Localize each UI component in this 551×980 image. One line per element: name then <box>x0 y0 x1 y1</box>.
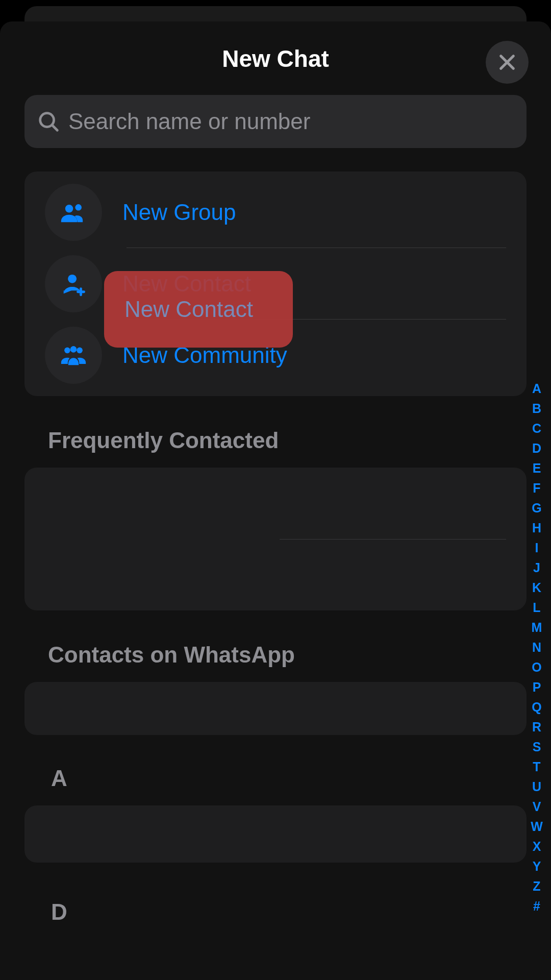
frequently-contacted-card[interactable] <box>24 468 527 610</box>
index-letter[interactable]: H <box>527 518 547 537</box>
index-letter[interactable]: X <box>527 837 547 856</box>
index-letter[interactable]: E <box>527 458 547 478</box>
svg-point-10 <box>70 346 77 353</box>
svg-point-6 <box>68 275 77 283</box>
svg-rect-8 <box>77 290 85 293</box>
new-chat-sheet: New Chat New Group <box>0 21 551 980</box>
index-letter[interactable]: T <box>527 757 547 776</box>
index-letter[interactable]: R <box>527 717 547 737</box>
index-letter[interactable]: Z <box>527 876 547 896</box>
svg-point-9 <box>64 348 70 354</box>
group-icon <box>59 198 88 227</box>
svg-line-3 <box>52 125 57 130</box>
index-letter[interactable]: V <box>527 797 547 816</box>
close-button[interactable] <box>486 41 529 84</box>
index-letter[interactable]: N <box>527 638 547 657</box>
index-letter[interactable]: U <box>527 777 547 796</box>
contacts-a-card[interactable] <box>24 805 527 863</box>
frequently-contacted-header: Frequently Contacted <box>48 428 527 453</box>
contacts-on-whatsapp-card[interactable] <box>24 682 527 735</box>
new-group-row[interactable]: New Group <box>24 177 527 248</box>
section-letter-d: D <box>51 899 551 925</box>
add-contact-icon-circle <box>45 255 102 312</box>
quick-actions-card: New Group New Contact <box>24 172 527 396</box>
section-letter-a: A <box>51 766 551 791</box>
index-letter[interactable]: B <box>527 399 547 418</box>
index-letter[interactable]: O <box>527 657 547 677</box>
index-letter[interactable]: Q <box>527 697 547 717</box>
index-letter[interactable]: C <box>527 419 547 438</box>
search-field[interactable] <box>24 95 527 148</box>
index-letter[interactable]: K <box>527 578 547 597</box>
index-letter[interactable]: S <box>527 737 547 756</box>
contacts-on-whatsapp-header: Contacts on WhatsApp <box>48 642 527 668</box>
new-community-label: New Community <box>122 342 287 368</box>
index-letter[interactable]: M <box>527 618 547 637</box>
index-letter[interactable]: J <box>527 558 547 577</box>
add-contact-icon <box>59 269 88 299</box>
index-letter[interactable]: P <box>527 677 547 697</box>
index-letter[interactable]: # <box>527 896 547 916</box>
sheet-header: New Chat <box>0 36 551 82</box>
index-letter[interactable]: D <box>527 438 547 458</box>
index-letter[interactable]: G <box>527 498 547 518</box>
svg-point-4 <box>65 205 73 212</box>
svg-point-5 <box>75 204 82 211</box>
group-icon-circle <box>45 184 102 241</box>
index-letter[interactable]: I <box>527 538 547 557</box>
new-group-label: New Group <box>122 200 236 225</box>
svg-point-11 <box>77 348 83 354</box>
new-community-row[interactable]: New Community <box>24 320 527 391</box>
separator <box>280 539 506 540</box>
new-contact-row[interactable]: New Contact <box>24 248 527 320</box>
index-letter[interactable]: W <box>527 817 547 836</box>
page-title: New Chat <box>222 45 329 72</box>
search-icon <box>37 110 60 133</box>
search-input[interactable] <box>68 109 514 134</box>
new-contact-label: New Contact <box>122 271 251 297</box>
index-letter[interactable]: A <box>527 379 547 398</box>
community-icon <box>59 340 88 370</box>
index-letter[interactable]: L <box>527 598 547 617</box>
close-icon <box>496 52 518 73</box>
index-letter[interactable]: F <box>527 478 547 498</box>
community-icon-circle <box>45 327 102 384</box>
alphabet-index-bar[interactable]: ABCDEFGHIJKLMNOPQRSTUVWXYZ# <box>527 379 547 916</box>
index-letter[interactable]: Y <box>527 856 547 876</box>
